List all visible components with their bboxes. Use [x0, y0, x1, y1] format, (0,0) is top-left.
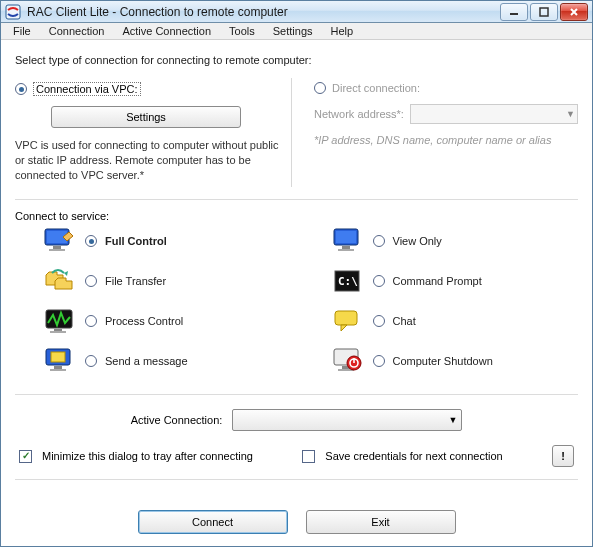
vpc-settings-label: Settings: [126, 111, 166, 123]
svg-rect-21: [54, 366, 62, 369]
svg-rect-6: [49, 249, 65, 251]
app-icon: [5, 4, 21, 20]
radio-icon: [314, 82, 326, 94]
active-connection-combo[interactable]: ▼: [232, 409, 462, 431]
service-label: Send a message: [105, 355, 188, 367]
vpc-radio[interactable]: Connection via VPC:: [15, 82, 279, 96]
network-address-combo[interactable]: ▼: [410, 104, 578, 124]
exit-button[interactable]: Exit: [306, 510, 456, 534]
svg-marker-18: [341, 325, 347, 331]
service-send-message[interactable]: Send a message: [19, 344, 287, 378]
service-view-only[interactable]: View Only: [307, 224, 575, 258]
action-buttons: Connect Exit: [15, 510, 578, 534]
connect-button[interactable]: Connect: [138, 510, 288, 534]
svg-rect-5: [53, 246, 61, 249]
svg-rect-20: [51, 352, 65, 362]
connect-label: Connect: [192, 516, 233, 528]
svg-marker-11: [64, 271, 68, 276]
menu-settings[interactable]: Settings: [265, 23, 321, 39]
svg-rect-17: [335, 311, 357, 325]
active-connection-label: Active Connection:: [131, 414, 223, 426]
direct-radio[interactable]: Direct connection:: [314, 82, 578, 94]
svg-rect-8: [336, 231, 356, 243]
vpc-panel: Connection via VPC: Settings VPC is used…: [15, 78, 292, 187]
service-label: Process Control: [105, 315, 183, 327]
radio-icon: [85, 315, 97, 327]
svg-text:C:\: C:\: [338, 275, 358, 288]
maximize-button[interactable]: [530, 3, 558, 21]
instruction-text: Select type of connection for connecting…: [15, 54, 578, 66]
minimize-checkbox[interactable]: [19, 450, 32, 463]
process-monitor-icon: [43, 307, 77, 335]
radio-icon: [373, 235, 385, 247]
power-monitor-icon: [331, 347, 365, 375]
svg-rect-15: [54, 329, 62, 331]
separator: [15, 479, 578, 480]
service-process-control[interactable]: Process Control: [19, 304, 287, 338]
service-file-transfer[interactable]: File Transfer: [19, 264, 287, 298]
service-label: Command Prompt: [393, 275, 482, 287]
service-label: Chat: [393, 315, 416, 327]
direct-radio-label: Direct connection:: [332, 82, 420, 94]
exclamation-icon: !: [561, 450, 565, 462]
network-address-label: Network address*:: [314, 108, 404, 120]
service-label: Computer Shutdown: [393, 355, 493, 367]
svg-rect-22: [50, 369, 66, 371]
radio-icon: [85, 275, 97, 287]
content-area: Select type of connection for connecting…: [1, 40, 592, 546]
service-computer-shutdown[interactable]: Computer Shutdown: [307, 344, 575, 378]
separator: [15, 199, 578, 200]
svg-rect-2: [540, 8, 548, 16]
direct-hint: *IP address, DNS name, computer name or …: [314, 134, 578, 146]
separator: [15, 394, 578, 395]
service-command-prompt[interactable]: C:\ Command Prompt: [307, 264, 575, 298]
minimize-label: Minimize this dialog to tray after conne…: [42, 450, 253, 462]
service-chat[interactable]: Chat: [307, 304, 575, 338]
menu-active-connection[interactable]: Active Connection: [114, 23, 219, 39]
monitor-hand-icon: [43, 227, 77, 255]
app-window: RAC Client Lite - Connection to remote c…: [0, 0, 593, 547]
vpc-settings-button[interactable]: Settings: [51, 106, 241, 128]
radio-icon: [373, 315, 385, 327]
window-controls: [500, 3, 588, 21]
folders-transfer-icon: [43, 267, 77, 295]
chevron-down-icon: ▼: [448, 415, 457, 425]
service-label: File Transfer: [105, 275, 166, 287]
radio-icon: [85, 235, 97, 247]
menubar: File Connection Active Connection Tools …: [1, 23, 592, 40]
service-label: Full Control: [105, 235, 167, 247]
close-button[interactable]: [560, 3, 588, 21]
menu-file[interactable]: File: [5, 23, 39, 39]
monitor-icon: [331, 227, 365, 255]
menu-help[interactable]: Help: [323, 23, 362, 39]
svg-rect-9: [342, 246, 350, 249]
svg-rect-10: [338, 249, 354, 251]
command-prompt-icon: C:\: [331, 267, 365, 295]
connection-type-row: Connection via VPC: Settings VPC is used…: [15, 78, 578, 187]
radio-icon: [85, 355, 97, 367]
save-credentials-checkbox[interactable]: [302, 450, 315, 463]
chat-bubble-icon: [331, 307, 365, 335]
window-title: RAC Client Lite - Connection to remote c…: [27, 5, 500, 19]
options-row: Minimize this dialog to tray after conne…: [15, 445, 578, 467]
minimize-button[interactable]: [500, 3, 528, 21]
radio-icon: [373, 275, 385, 287]
info-button[interactable]: !: [552, 445, 574, 467]
direct-panel: Direct connection: Network address*: ▼ *…: [302, 78, 578, 187]
svg-rect-16: [50, 331, 66, 333]
service-label: View Only: [393, 235, 442, 247]
active-connection-row: Active Connection: ▼: [15, 409, 578, 431]
services-label: Connect to service:: [15, 210, 578, 222]
menu-tools[interactable]: Tools: [221, 23, 263, 39]
radio-icon: [373, 355, 385, 367]
titlebar: RAC Client Lite - Connection to remote c…: [1, 1, 592, 23]
message-monitor-icon: [43, 347, 77, 375]
radio-icon: [15, 83, 27, 95]
vpc-radio-label: Connection via VPC:: [33, 82, 141, 96]
menu-connection[interactable]: Connection: [41, 23, 113, 39]
service-full-control[interactable]: Full Control: [19, 224, 287, 258]
exit-label: Exit: [371, 516, 389, 528]
chevron-down-icon: ▼: [566, 109, 575, 119]
vpc-note: VPC is used for connecting to computer w…: [15, 138, 279, 183]
save-credentials-label: Save credentials for next connection: [325, 450, 502, 462]
